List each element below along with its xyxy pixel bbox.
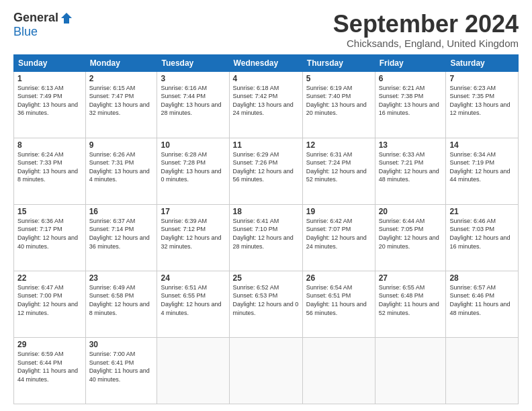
day-number: 1 — [17, 74, 82, 83]
calendar-cell: 14Sunrise: 6:34 AMSunset: 7:19 PMDayligh… — [446, 138, 519, 204]
calendar-cell: 2Sunrise: 6:15 AMSunset: 7:47 PMDaylight… — [85, 71, 157, 138]
day-info: Sunrise: 6:46 AMSunset: 7:03 PMDaylight:… — [449, 217, 515, 250]
day-number: 18 — [233, 207, 299, 216]
day-info: Sunrise: 6:18 AMSunset: 7:42 PMDaylight:… — [233, 84, 299, 118]
calendar-header-row: SundayMondayTuesdayWednesdayThursdayFrid… — [14, 54, 519, 71]
calendar-cell — [229, 337, 302, 404]
day-info: Sunrise: 6:16 AMSunset: 7:44 PMDaylight:… — [161, 84, 225, 118]
day-number: 14 — [449, 140, 515, 150]
day-number: 2 — [89, 74, 154, 83]
calendar-cell — [157, 337, 229, 404]
day-number: 12 — [306, 140, 371, 150]
day-number: 16 — [89, 207, 154, 216]
calendar-week-3: 15Sunrise: 6:36 AMSunset: 7:17 PMDayligh… — [14, 204, 519, 271]
day-info: Sunrise: 6:55 AMSunset: 6:48 PMDaylight:… — [379, 283, 443, 317]
calendar-week-1: 1Sunrise: 6:13 AMSunset: 7:49 PMDaylight… — [14, 71, 519, 138]
svg-marker-0 — [61, 13, 72, 24]
calendar-cell: 3Sunrise: 6:16 AMSunset: 7:44 PMDaylight… — [157, 71, 229, 138]
calendar-cell — [375, 337, 446, 404]
day-info: Sunrise: 6:49 AMSunset: 6:58 PMDaylight:… — [89, 283, 154, 317]
day-info: Sunrise: 6:47 AMSunset: 7:00 PMDaylight:… — [17, 283, 82, 317]
day-info: Sunrise: 6:29 AMSunset: 7:26 PMDaylight:… — [233, 150, 299, 184]
calendar-cell: 16Sunrise: 6:37 AMSunset: 7:14 PMDayligh… — [85, 204, 157, 271]
calendar-cell: 20Sunrise: 6:44 AMSunset: 7:05 PMDayligh… — [375, 204, 446, 271]
calendar-cell: 4Sunrise: 6:18 AMSunset: 7:42 PMDaylight… — [229, 71, 302, 138]
col-header-tuesday: Tuesday — [157, 54, 229, 71]
day-info: Sunrise: 6:59 AMSunset: 6:44 PMDaylight:… — [17, 350, 82, 383]
calendar-cell: 18Sunrise: 6:41 AMSunset: 7:10 PMDayligh… — [229, 204, 302, 271]
day-info: Sunrise: 6:34 AMSunset: 7:19 PMDaylight:… — [449, 150, 515, 184]
title-section: September 2024 Chicksands, England, Unit… — [333, 11, 519, 49]
day-number: 17 — [161, 207, 225, 216]
calendar-cell: 13Sunrise: 6:33 AMSunset: 7:21 PMDayligh… — [375, 138, 446, 204]
calendar-cell: 21Sunrise: 6:46 AMSunset: 7:03 PMDayligh… — [446, 204, 519, 271]
day-info: Sunrise: 6:54 AMSunset: 6:51 PMDaylight:… — [306, 283, 371, 317]
day-number: 24 — [161, 273, 225, 283]
day-info: Sunrise: 6:33 AMSunset: 7:21 PMDaylight:… — [379, 150, 443, 184]
day-number: 6 — [379, 74, 443, 83]
col-header-wednesday: Wednesday — [229, 54, 302, 71]
day-info: Sunrise: 6:39 AMSunset: 7:12 PMDaylight:… — [161, 217, 225, 250]
location: Chicksands, England, United Kingdom — [333, 38, 519, 49]
day-number: 21 — [449, 207, 515, 216]
header: General Blue September 2024 Chicksands, … — [13, 11, 519, 49]
col-header-friday: Friday — [375, 54, 446, 71]
day-info: Sunrise: 6:28 AMSunset: 7:28 PMDaylight:… — [161, 150, 225, 184]
col-header-saturday: Saturday — [446, 54, 519, 71]
logo-icon — [60, 11, 73, 25]
calendar-cell: 9Sunrise: 6:26 AMSunset: 7:31 PMDaylight… — [85, 138, 157, 204]
page: General Blue September 2024 Chicksands, … — [0, 0, 532, 411]
calendar-cell: 8Sunrise: 6:24 AMSunset: 7:33 PMDaylight… — [14, 138, 86, 204]
day-number: 8 — [17, 140, 82, 150]
calendar-cell: 27Sunrise: 6:55 AMSunset: 6:48 PMDayligh… — [375, 271, 446, 337]
day-info: Sunrise: 6:36 AMSunset: 7:17 PMDaylight:… — [17, 217, 82, 250]
day-info: Sunrise: 6:52 AMSunset: 6:53 PMDaylight:… — [233, 283, 299, 317]
day-number: 27 — [379, 273, 443, 283]
day-info: Sunrise: 6:13 AMSunset: 7:49 PMDaylight:… — [17, 84, 82, 118]
calendar-week-2: 8Sunrise: 6:24 AMSunset: 7:33 PMDaylight… — [14, 138, 519, 204]
calendar-cell: 17Sunrise: 6:39 AMSunset: 7:12 PMDayligh… — [157, 204, 229, 271]
day-info: Sunrise: 6:57 AMSunset: 6:46 PMDaylight:… — [449, 283, 515, 317]
day-number: 4 — [233, 74, 299, 83]
calendar-cell: 6Sunrise: 6:21 AMSunset: 7:38 PMDaylight… — [375, 71, 446, 138]
calendar-week-5: 29Sunrise: 6:59 AMSunset: 6:44 PMDayligh… — [14, 337, 519, 404]
day-number: 9 — [89, 140, 154, 150]
day-number: 11 — [233, 140, 299, 150]
logo: General Blue — [13, 11, 73, 39]
day-info: Sunrise: 6:15 AMSunset: 7:47 PMDaylight:… — [89, 84, 154, 118]
day-number: 10 — [161, 140, 225, 150]
calendar-cell: 11Sunrise: 6:29 AMSunset: 7:26 PMDayligh… — [229, 138, 302, 204]
calendar-cell: 22Sunrise: 6:47 AMSunset: 7:00 PMDayligh… — [14, 271, 86, 337]
day-info: Sunrise: 6:21 AMSunset: 7:38 PMDaylight:… — [379, 84, 443, 118]
day-number: 30 — [89, 340, 154, 349]
col-header-monday: Monday — [85, 54, 157, 71]
day-info: Sunrise: 6:23 AMSunset: 7:35 PMDaylight:… — [449, 84, 515, 118]
day-number: 23 — [89, 273, 154, 283]
day-number: 29 — [17, 340, 82, 349]
day-number: 13 — [379, 140, 443, 150]
day-number: 5 — [306, 74, 371, 83]
day-number: 19 — [306, 207, 371, 216]
calendar-cell: 26Sunrise: 6:54 AMSunset: 6:51 PMDayligh… — [302, 271, 375, 337]
day-number: 7 — [449, 74, 515, 83]
day-info: Sunrise: 7:00 AMSunset: 6:41 PMDaylight:… — [89, 350, 154, 383]
calendar-cell: 10Sunrise: 6:28 AMSunset: 7:28 PMDayligh… — [157, 138, 229, 204]
calendar-cell: 28Sunrise: 6:57 AMSunset: 6:46 PMDayligh… — [446, 271, 519, 337]
calendar-cell: 25Sunrise: 6:52 AMSunset: 6:53 PMDayligh… — [229, 271, 302, 337]
day-info: Sunrise: 6:24 AMSunset: 7:33 PMDaylight:… — [17, 150, 82, 184]
calendar-cell: 30Sunrise: 7:00 AMSunset: 6:41 PMDayligh… — [85, 337, 157, 404]
calendar: SundayMondayTuesdayWednesdayThursdayFrid… — [13, 54, 519, 404]
day-info: Sunrise: 6:44 AMSunset: 7:05 PMDaylight:… — [379, 217, 443, 250]
col-header-sunday: Sunday — [14, 54, 86, 71]
calendar-cell: 19Sunrise: 6:42 AMSunset: 7:07 PMDayligh… — [302, 204, 375, 271]
logo-general-text: General — [13, 11, 58, 25]
calendar-cell: 12Sunrise: 6:31 AMSunset: 7:24 PMDayligh… — [302, 138, 375, 204]
day-info: Sunrise: 6:26 AMSunset: 7:31 PMDaylight:… — [89, 150, 154, 184]
calendar-cell — [302, 337, 375, 404]
calendar-week-4: 22Sunrise: 6:47 AMSunset: 7:00 PMDayligh… — [14, 271, 519, 337]
day-number: 28 — [449, 273, 515, 283]
day-number: 20 — [379, 207, 443, 216]
col-header-thursday: Thursday — [302, 54, 375, 71]
calendar-cell: 5Sunrise: 6:19 AMSunset: 7:40 PMDaylight… — [302, 71, 375, 138]
day-number: 3 — [161, 74, 225, 83]
